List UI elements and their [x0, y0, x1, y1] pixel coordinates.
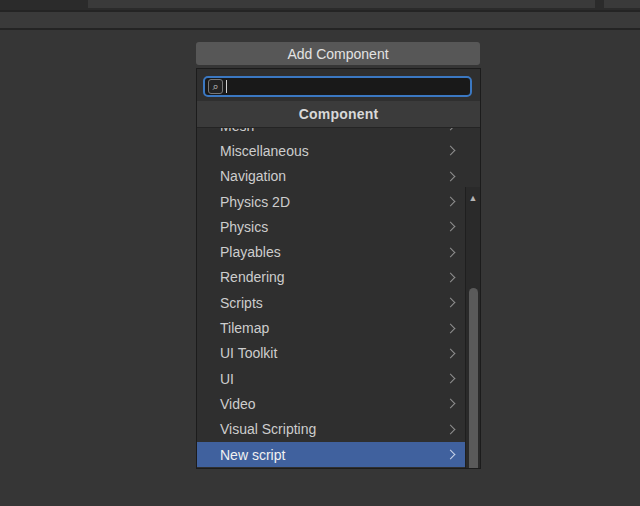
submenu-chevron-icon	[446, 374, 456, 384]
horizontal-divider	[0, 28, 640, 30]
list-item-visual-scripting[interactable]: Visual Scripting	[197, 417, 465, 442]
scrollbar-thumb[interactable]	[469, 288, 478, 468]
submenu-chevron-icon	[446, 171, 456, 181]
list-item-label: Miscellaneous	[220, 143, 309, 159]
list-item-navigation[interactable]: Navigation	[197, 164, 465, 189]
list-item-label: Physics	[220, 219, 268, 235]
add-component-button[interactable]: Add Component	[196, 42, 480, 65]
submenu-chevron-icon	[446, 323, 456, 333]
submenu-chevron-icon	[446, 424, 456, 434]
list-item-ui[interactable]: UI	[197, 366, 465, 391]
list-item-video[interactable]: Video	[197, 391, 465, 416]
list-item-miscellaneous[interactable]: Miscellaneous	[197, 138, 465, 163]
list-item-label: Rendering	[220, 269, 285, 285]
list-item-label: Navigation	[220, 168, 286, 184]
component-menu-header-label: Component	[299, 106, 379, 122]
toolbar-band	[0, 12, 640, 28]
list-item-label: Playables	[220, 244, 281, 260]
list-item-new-script[interactable]: New script	[197, 442, 465, 467]
component-list: MeshMiscellaneousNavigationPhysics 2DPhy…	[197, 128, 465, 467]
list-item-tilemap[interactable]: Tilemap	[197, 315, 465, 340]
submenu-chevron-icon	[446, 222, 456, 232]
list-item-label: Scripts	[220, 295, 263, 311]
list-item-label: UI Toolkit	[220, 345, 277, 361]
submenu-chevron-icon	[446, 197, 456, 207]
submenu-chevron-icon	[446, 298, 456, 308]
submenu-chevron-icon	[446, 399, 456, 409]
panel-tab-edge-right	[604, 0, 640, 8]
list-item-playables[interactable]: Playables	[197, 239, 465, 264]
list-item-label: New script	[220, 447, 285, 463]
list-item-label: UI	[220, 371, 234, 387]
magnifier-icon: ⌕	[212, 81, 218, 92]
component-menu-header: Component	[197, 101, 480, 128]
add-component-dropdown: ⌕ Component MeshMiscellaneousNavigationP…	[196, 68, 481, 469]
panel-tab-edge-left	[88, 0, 595, 8]
list-item-physics[interactable]: Physics	[197, 214, 465, 239]
list-item-label: Visual Scripting	[220, 421, 316, 437]
submenu-chevron-icon	[446, 128, 456, 131]
list-item-label: Tilemap	[220, 320, 269, 336]
list-item-label: Physics 2D	[220, 194, 290, 210]
submenu-chevron-icon	[446, 450, 456, 460]
text-cursor	[226, 80, 227, 93]
list-item-scripts[interactable]: Scripts	[197, 290, 465, 315]
submenu-chevron-icon	[446, 146, 456, 156]
component-list-viewport: MeshMiscellaneousNavigationPhysics 2DPhy…	[197, 128, 480, 468]
scrollbar[interactable]: ▲ ▼	[465, 187, 480, 468]
submenu-chevron-icon	[446, 247, 456, 257]
list-item-ui-toolkit[interactable]: UI Toolkit	[197, 341, 465, 366]
search-input[interactable]: ⌕	[203, 76, 472, 97]
list-item-mesh[interactable]: Mesh	[197, 128, 465, 138]
scroll-up-arrow-icon[interactable]: ▲	[466, 194, 480, 203]
submenu-chevron-icon	[446, 348, 456, 358]
list-item-label: Video	[220, 396, 256, 412]
submenu-chevron-icon	[446, 272, 456, 282]
search-scope-button[interactable]: ⌕	[208, 79, 223, 94]
list-item-label: Mesh	[220, 128, 254, 134]
list-item-rendering[interactable]: Rendering	[197, 265, 465, 290]
list-item-physics-2d[interactable]: Physics 2D	[197, 189, 465, 214]
